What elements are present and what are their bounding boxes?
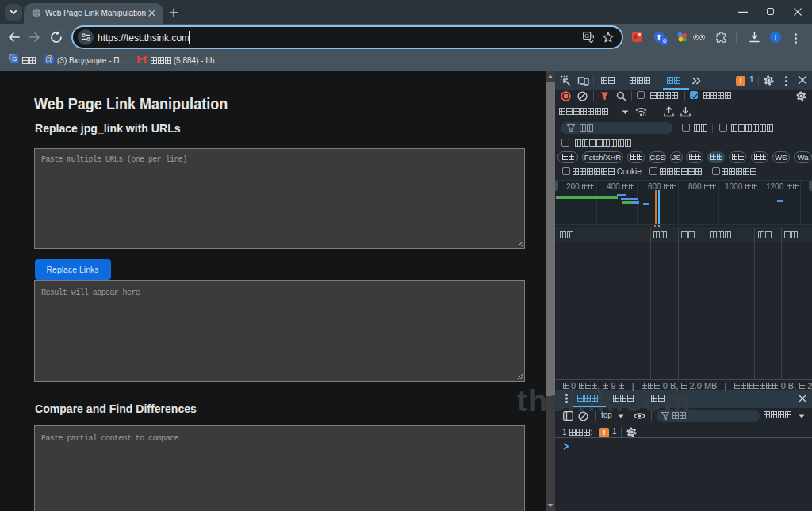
svg-text:0: 0	[643, 112, 646, 117]
svg-text:G: G	[584, 32, 589, 40]
